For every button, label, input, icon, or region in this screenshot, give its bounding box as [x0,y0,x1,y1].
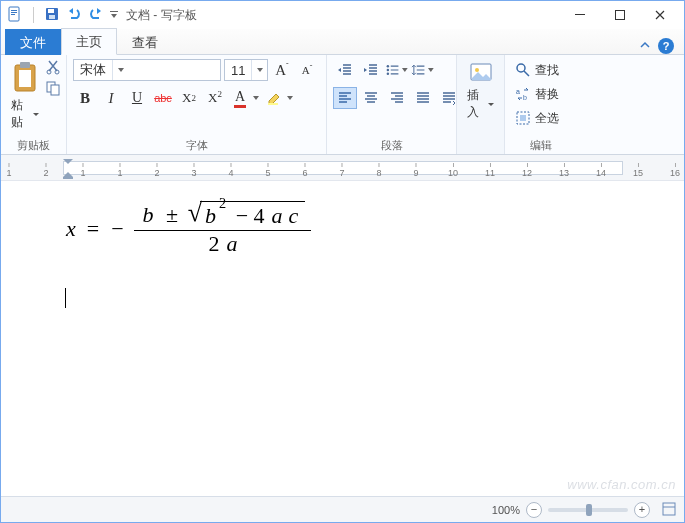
ruler-tick: 12 [522,163,532,178]
copy-icon[interactable] [45,80,61,99]
list-button[interactable] [385,59,409,81]
svg-rect-16 [51,85,59,95]
paste-button[interactable]: 粘贴 [7,59,43,133]
zoom-out-button[interactable]: − [526,502,542,518]
ruler-tick: 10 [448,163,458,178]
zoom-value: 100% [492,504,520,516]
ruler-tick: 3 [191,163,196,178]
save-button[interactable] [44,6,60,25]
font-name-select[interactable]: 宋体 [73,59,221,81]
ruler-tick: 2 [154,163,159,178]
align-right-button[interactable] [385,87,409,109]
cut-icon[interactable] [45,59,61,78]
group-label-insert [457,138,504,154]
svg-point-19 [387,69,389,71]
svg-point-18 [387,65,389,67]
svg-rect-2 [11,12,17,13]
subscript-button[interactable]: X2 [177,87,201,109]
ruler-tick: 5 [265,163,270,178]
text-cursor [65,288,66,308]
group-label-clipboard: 剪贴板 [1,138,66,154]
increase-indent-button[interactable] [359,59,383,81]
help-icon[interactable]: ? [658,38,674,54]
ruler-tick: 15 [633,163,643,178]
font-size-select[interactable]: 11 [224,59,268,81]
ruler-tick: 2 [43,163,48,178]
app-icon [7,6,23,25]
insert-label: 插入 [467,87,494,121]
replace-label: 替换 [535,86,559,103]
collapse-ribbon-icon[interactable] [640,39,650,53]
ruler-tick: 9 [413,163,418,178]
svg-rect-28 [63,177,73,179]
underline-button[interactable]: U [125,87,149,109]
zoom-in-button[interactable]: + [634,502,650,518]
svg-point-22 [475,68,479,72]
indent-marker[interactable] [63,159,73,181]
font-color-button[interactable]: A [229,87,261,109]
replace-button[interactable]: ab 替换 [511,83,563,105]
group-label-font: 字体 [67,138,326,154]
font-size-value: 11 [225,63,251,78]
svg-rect-12 [19,70,31,87]
equation: x = − b ± √ b2 − 4ac 2a [63,201,622,258]
svg-rect-27 [520,115,526,121]
svg-point-20 [387,73,389,75]
zoom-slider[interactable] [548,508,628,512]
decrease-indent-button[interactable] [333,59,357,81]
svg-rect-11 [20,62,30,68]
ruler-tick: 7 [339,163,344,178]
strikethrough-button[interactable]: abc [151,87,175,109]
italic-button[interactable]: I [99,87,123,109]
group-label-edit: 编辑 [505,138,577,154]
superscript-button[interactable]: X2 [203,87,227,109]
ruler-tick: 11 [485,163,495,178]
ruler-tick: 1 [117,163,122,178]
ruler-tick: 1 [6,163,11,178]
svg-text:a: a [516,88,520,95]
align-left-button[interactable] [333,87,357,109]
highlight-button[interactable] [263,87,295,109]
ruler-tick: 1 [80,163,85,178]
svg-rect-9 [616,11,625,20]
group-label-paragraph: 段落 [327,138,456,154]
find-button[interactable]: 查找 [511,59,563,81]
tab-home[interactable]: 主页 [61,28,117,55]
document-area[interactable]: x = − b ± √ b2 − 4ac 2a [1,181,684,496]
svg-rect-5 [48,9,54,13]
watermark: www.cfan.com.cn [567,477,676,492]
ruler-tick: 6 [302,163,307,178]
grow-font-button[interactable]: Aˆ [271,59,293,81]
shrink-font-button[interactable]: Aˇ [296,59,318,81]
ruler-tick: 8 [376,163,381,178]
align-center-button[interactable] [359,87,383,109]
minimize-button[interactable] [560,1,600,29]
svg-rect-8 [575,14,585,15]
line-spacing-button[interactable] [411,59,435,81]
svg-rect-6 [49,15,55,19]
svg-rect-7 [110,11,118,12]
ruler-tick: 14 [596,163,606,178]
tab-file[interactable]: 文件 [5,29,61,55]
fullscreen-icon[interactable] [662,502,676,518]
ruler-tick: 4 [228,163,233,178]
insert-button[interactable]: 插入 [463,59,498,123]
svg-rect-3 [11,14,15,15]
svg-point-23 [517,64,525,72]
qat-customize[interactable] [110,8,118,22]
undo-button[interactable] [66,6,82,25]
close-button[interactable] [640,1,680,29]
select-all-button[interactable]: 全选 [511,107,563,129]
maximize-button[interactable] [600,1,640,29]
ruler[interactable]: 12112345678910111213141516 [1,155,684,181]
svg-rect-29 [663,503,675,515]
font-name-value: 宋体 [74,61,112,79]
bold-button[interactable]: B [73,87,97,109]
ruler-tick: 16 [670,163,680,178]
svg-text:b: b [523,94,527,101]
redo-button[interactable] [88,6,104,25]
align-justify-button[interactable] [411,87,435,109]
window-title: 文档 - 写字板 [126,7,197,24]
tab-view[interactable]: 查看 [117,29,173,55]
find-label: 查找 [535,62,559,79]
